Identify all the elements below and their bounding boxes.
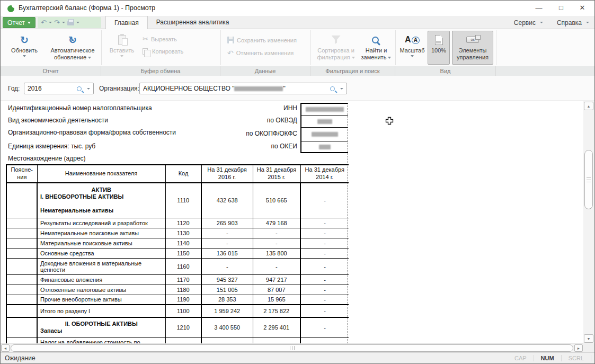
cancel-changes-button[interactable]: ↶ Отменить изменения [227,49,294,57]
print-dropdown-icon[interactable] [76,22,79,23]
refresh-button[interactable]: ↻ Обновить [6,31,43,65]
find-replace-button[interactable]: Найти и заменить [359,31,394,65]
cell-value-2016[interactable]: 151 005 [201,285,253,295]
cell-value-2015[interactable]: 2 175 822 [253,305,300,317]
cell-explanations[interactable] [6,218,37,228]
cell-code[interactable]: 1100 [165,305,201,317]
tab-rasshirennaya-analitika[interactable]: Расширенная аналитика [148,16,238,29]
cell-code[interactable]: 1160 [165,258,201,274]
cell-value-2015[interactable]: 947 217 [253,274,300,285]
cell-code[interactable]: 1140 [165,238,201,248]
cell-indicator-name[interactable]: Нематериальные поисковые активы [37,228,165,238]
cell-value-2016[interactable]: 3 400 550 [201,317,253,337]
year-input[interactable]: 2016 [24,83,94,94]
cell-value-2015[interactable]: - [253,228,300,238]
horizontal-scroll-thumb[interactable] [11,344,573,352]
cell-value-2016[interactable]: 945 327 [201,274,253,285]
cell-explanations[interactable] [6,238,37,248]
cell-indicator-name[interactable]: АКТИВI. ВНЕОБОРОТНЫЕ АКТИВЫНематериальны… [37,183,165,218]
auto-refresh-button[interactable]: ↻A Автоматическое обновление [45,31,100,65]
cell-value-2015[interactable]: 2 295 401 [253,317,300,337]
scroll-right-icon[interactable]: ► [574,344,583,352]
copy-button[interactable]: Копировать [143,48,183,55]
organization-input[interactable]: АКЦИОНЕРНОЕ ОБЩЕСТВО "" [139,83,347,94]
scroll-left-icon[interactable]: ◄ [1,344,10,352]
cell-value-2016[interactable]: 432 638 [201,183,253,218]
vertical-scrollbar[interactable]: ▲ ▼ [583,101,594,343]
cell-code[interactable]: 1120 [165,218,201,228]
cell-indicator-name[interactable]: Результаты исследований и разработок [37,218,165,228]
cell-value-2014[interactable]: - [300,317,349,337]
cell-code[interactable] [165,337,201,343]
cell-code[interactable]: 1190 [165,295,201,305]
cell-indicator-name[interactable]: Финансовые вложения [37,274,165,285]
cell-explanations[interactable] [6,258,37,274]
cell-indicator-name[interactable]: Основные средства [37,248,165,258]
close-button[interactable]: ✕ [572,1,592,15]
cell-value-2016[interactable]: 1 959 242 [201,305,253,317]
cell-explanations[interactable] [6,317,37,337]
cell-value-2014[interactable]: - [300,183,349,218]
search-icon[interactable] [330,86,335,91]
cell-code[interactable]: 1180 [165,285,201,295]
cell-code[interactable]: 1130 [165,228,201,238]
cell-value-2015[interactable]: 87 007 [253,285,300,295]
cell-value-2015[interactable]: - [253,238,300,248]
cell-value-2016[interactable]: - [201,258,253,274]
cell-indicator-name[interactable]: Итого по разделу I [37,305,165,317]
cell-value-2014[interactable]: - [300,285,349,295]
cell-value-2014[interactable]: - [300,228,349,238]
cell-value-2014[interactable]: - [300,248,349,258]
zoom-100-button[interactable]: 100% [428,31,450,65]
cell-value-2016[interactable]: - [201,238,253,248]
cell-value-2015[interactable] [253,337,300,343]
cell-explanations[interactable] [6,305,37,317]
service-menu[interactable]: Сервис [514,19,543,26]
cell-value-2014[interactable]: - [300,218,349,228]
cell-indicator-name[interactable]: Материальные поисковые активы [37,238,165,248]
tab-glavnaya[interactable]: Главная [105,16,148,30]
vertical-scroll-thumb[interactable] [584,150,593,209]
cell-indicator-name[interactable]: Доходные вложения в материальные ценност… [37,258,165,274]
cell-value-2016[interactable] [201,337,253,343]
cell-code[interactable]: 1170 [165,274,201,285]
cell-code[interactable]: 1110 [165,183,201,218]
sort-filter-button[interactable]: Сортировка и фильтрация [314,31,358,65]
cell-explanations[interactable] [6,183,37,218]
cell-explanations[interactable] [6,337,37,343]
cell-value-2015[interactable]: 15 965 [253,295,300,305]
cell-value-2016[interactable]: 136 015 [201,248,253,258]
cell-explanations[interactable] [6,248,37,258]
cut-button[interactable]: ✂ Вырезать [143,35,177,42]
cell-value-2014[interactable]: - [300,295,349,305]
cell-value-2016[interactable]: 28 353 [201,295,253,305]
cell-explanations[interactable] [6,295,37,305]
cell-value-2015[interactable]: 510 665 [253,183,300,218]
cell-value-2014[interactable]: - [300,305,349,317]
cell-indicator-name[interactable]: Прочие внеоборотные активы [37,295,165,305]
cell-value-2016[interactable]: - [201,228,253,238]
help-menu[interactable]: Справка [557,19,589,26]
print-icon[interactable] [67,21,74,25]
cell-value-2014[interactable] [300,337,349,343]
paste-button[interactable]: Вставить [106,31,137,65]
cell-code[interactable]: 1150 [165,248,201,258]
scroll-down-icon[interactable]: ▼ [584,334,593,343]
redo-dropdown-icon[interactable] [62,22,65,23]
cell-code[interactable]: 1210 [165,317,201,337]
cell-explanations[interactable] [6,228,37,238]
maximize-button[interactable]: □ [551,1,571,15]
cell-explanations[interactable] [6,285,37,295]
cell-value-2015[interactable]: - [253,258,300,274]
cell-indicator-name[interactable]: Отложенные налоговые активы [37,285,165,295]
scroll-up-icon[interactable]: ▲ [584,102,593,110]
undo-dropdown-icon[interactable] [49,22,52,23]
undo-icon[interactable]: ↶ [41,19,47,26]
cell-value-2016[interactable]: 265 903 [201,218,253,228]
cell-value-2014[interactable]: - [300,274,349,285]
zoom-button[interactable]: AA Масштаб [398,31,427,65]
cell-value-2015[interactable]: 479 168 [253,218,300,228]
report-menu-button[interactable]: Отчет [3,17,35,28]
horizontal-scrollbar[interactable]: ◄ ► [1,343,583,352]
cell-value-2014[interactable]: - [300,238,349,248]
